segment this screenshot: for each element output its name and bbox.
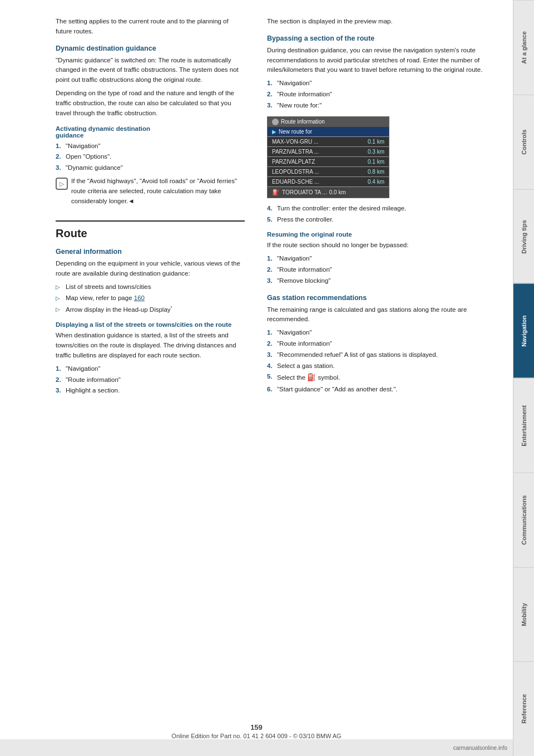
gas-step-5: 5. Select the ⛽ symbol. (267, 372, 502, 383)
gas-step-6: 6. "Start guidance" or "Add as another d… (267, 385, 502, 395)
tab-controls[interactable]: Controls (513, 95, 534, 189)
page-link-160[interactable]: 160 (134, 294, 145, 301)
resuming-step-3: 3. "Remove blocking" (267, 276, 502, 286)
dynamic-para1: "Dynamic guidance" is switched on: The r… (56, 56, 245, 85)
nav-row-4-name: EDUARD-SCHE ... (272, 179, 368, 185)
nav-bottom-dist: 0.0 km (329, 189, 346, 195)
page-footer: 159 Online Edition for Part no. 01 41 2 … (0, 723, 513, 739)
bypassing-steps-cont: 4. Turn the controller: enter the desire… (267, 204, 502, 225)
displaying-list-para1: When destination guidance is started, a … (56, 331, 245, 360)
gas-step-3: 3. "Recommended refuel" A list of gas st… (267, 350, 502, 360)
general-info-bullets: List of streets and towns/cities Map vie… (56, 282, 245, 315)
footer-text: Online Edition for Part no. 01 41 2 604 … (0, 733, 513, 739)
nav-row-3-dist: 0.8 km (368, 169, 384, 175)
displaying-list-steps: 1. "Navigation" 2. "Route information" 3… (56, 364, 245, 396)
page-number: 159 (0, 723, 513, 732)
tab-navigation[interactable]: Navigation (513, 283, 534, 378)
nav-row-0-name: MAX-VON-GRU ... (272, 139, 368, 145)
tip-text: If the "Avoid highways", "Avoid toll roa… (71, 176, 245, 206)
dynamic-destination-heading: Dynamic destination guidance (56, 45, 245, 52)
dynamic-para2: Depending on the type of road and the na… (56, 89, 245, 118)
gas-icon: ⛽ (272, 189, 280, 196)
bypassing-step-4: 4. Turn the controller: enter the desire… (267, 204, 502, 214)
displaying-step-3: 3. Highlight a section. (56, 386, 245, 396)
tab-reference[interactable]: Reference (513, 661, 534, 756)
bypassing-heading: Bypassing a section of the route (267, 35, 502, 42)
nav-row-4-dist: 0.4 km (368, 179, 384, 185)
nav-header-icon (272, 119, 279, 125)
gas-symbol-icon: ⛽ (307, 373, 316, 381)
nav-row-2: PARZIVALPLATZ 0.1 km (268, 157, 389, 167)
nav-image-header: Route information (268, 117, 389, 127)
nav-row-new-route: ▶ New route for (268, 127, 389, 137)
tab-at-a-glance[interactable]: At a glance (513, 0, 534, 95)
tip-icon: ▷ (56, 178, 68, 190)
resuming-step-1: 1. "Navigation" (267, 254, 502, 264)
nav-row-3-name: LEOPOLDSTRA ... (272, 169, 368, 175)
bullet-streets: List of streets and towns/cities (56, 282, 245, 292)
nav-row-3: LEOPOLDSTRA ... 0.8 km (268, 167, 389, 177)
watermark-text: carmanualsonline.info (453, 745, 507, 751)
route-heading: Route (56, 220, 245, 240)
resuming-heading: Resuming the original route (267, 231, 502, 238)
displaying-step-1: 1. "Navigation" (56, 364, 245, 374)
nav-row-4: EDUARD-SCHE ... 0.4 km (268, 177, 389, 187)
resuming-para1: If the route section should no longer be… (267, 240, 502, 251)
tab-mobility[interactable]: Mobility (513, 567, 534, 662)
tab-entertainment[interactable]: Entertainment (513, 378, 534, 473)
nav-row-icon-play: ▶ (272, 129, 276, 135)
displaying-list-heading: Displaying a list of the streets or town… (56, 321, 245, 328)
bypassing-step-1: 1. "Navigation" (267, 78, 502, 89)
activating-step-3: 3. "Dynamic guidance" (56, 163, 245, 173)
left-column: The setting applies to the current route… (0, 17, 256, 723)
gas-step-1: 1. "Navigation" (267, 328, 502, 338)
nav-bottom-row: ⛽ TOROUATO TA ... 0.0 km (268, 187, 389, 198)
nav-image-box: Route information ▶ New route for MAX-VO… (267, 116, 389, 198)
nav-row-1: PARZIVALSTRA ... 0.3 km (268, 147, 389, 157)
bypassing-para1: During destination guidance, you can rev… (267, 46, 502, 75)
nav-row-2-dist: 0.1 km (368, 159, 384, 165)
gas-station-steps: 1. "Navigation" 2. "Route information" 3… (267, 328, 502, 394)
bypassing-step-3: 3. "New route for:" (267, 101, 502, 111)
activating-steps: 1. "Navigation" 2. Open "Options". 3. "D… (56, 141, 245, 173)
nav-row-1-name: PARZIVALSTRA ... (272, 149, 368, 155)
activating-step-2: 2. Open "Options". (56, 152, 245, 162)
bypassing-step-2: 2. "Route information" (267, 90, 502, 100)
right-intro-text: The section is displayed in the preview … (267, 17, 502, 27)
intro-text: The setting applies to the current route… (56, 17, 245, 37)
gas-station-heading: Gas station recommendations (267, 294, 502, 302)
gas-station-para1: The remaining range is calculated and ga… (267, 305, 502, 325)
general-info-para1: Depending on the equipment in your vehic… (56, 259, 245, 279)
bullet-map: Map view, refer to page 160 (56, 293, 245, 303)
gas-step-2: 2. "Route information" (267, 339, 502, 349)
right-column: The section is displayed in the preview … (256, 17, 513, 723)
nav-bottom-name: TOROUATO TA ... (282, 189, 327, 195)
general-information-heading: General information (56, 248, 245, 256)
nav-header-title: Route information (281, 119, 325, 125)
bullet-arrow: Arrow display in the Head-up Display* (56, 305, 245, 315)
bypassing-steps: 1. "Navigation" 2. "Route information" 3… (267, 78, 502, 110)
nav-row-0: MAX-VON-GRU ... 0.1 km (268, 137, 389, 147)
resuming-steps: 1. "Navigation" 2. "Route information" 3… (267, 254, 502, 286)
nav-row-1-dist: 0.3 km (368, 149, 384, 155)
watermark: carmanualsonline.info (0, 739, 513, 756)
activating-heading: Activating dynamic destinationguidance (56, 125, 245, 139)
nav-row-new-route-label: New route for (279, 129, 384, 135)
tip-box: ▷ If the "Avoid highways", "Avoid toll r… (56, 176, 245, 209)
gas-step-4: 4. Select a gas station. (267, 361, 502, 371)
main-content: The setting applies to the current route… (0, 0, 513, 756)
displaying-step-2: 2. "Route information" (56, 375, 245, 385)
tab-communications[interactable]: Communications (513, 473, 534, 567)
tab-driving-tips[interactable]: Driving tips (513, 189, 534, 284)
nav-row-2-name: PARZIVALPLATZ (272, 159, 368, 165)
activating-step-1: 1. "Navigation" (56, 141, 245, 151)
bypassing-step-5: 5. Press the controller. (267, 215, 502, 225)
nav-row-0-dist: 0.1 km (368, 139, 384, 145)
sidebar: At a glance Controls Driving tips Naviga… (513, 0, 534, 756)
page-wrapper: The setting applies to the current route… (0, 0, 534, 756)
resuming-step-2: 2. "Route information" (267, 265, 502, 275)
